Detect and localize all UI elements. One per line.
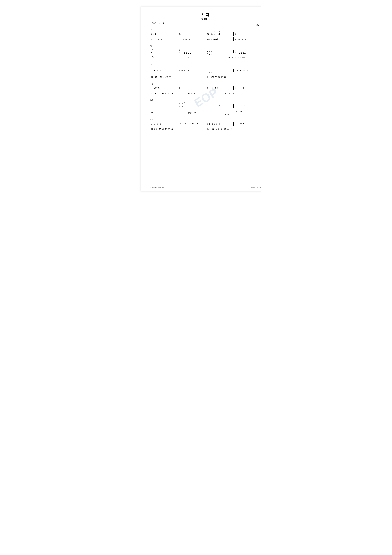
notes: 6· 76536 – [235,123,247,125]
measure-5c-upper: ·36 2 5 ·37 2 5 [207,47,233,55]
barline [187,56,187,60]
footer-left: EveryonePiano.com [150,186,164,188]
upper-staff-21: 6 ·3 ·2 5 6363 6363 6363 6363 6 1 ·2 3 ·… [151,121,261,126]
notes: 41 6 52 7 [151,112,160,114]
lyricist-label: 闵杰晨 [256,24,261,27]
notes: 6 3 0 6 6 3 0 [235,69,248,72]
section-17: (17) 6 6 7 2 3 5 ·36 ·25 6 567· 1767 [150,99,261,116]
notes: 2 – – – [235,33,246,35]
measure-5b-upper: 63 – 6 6 5̣ 0 [178,49,205,54]
notes: 6 6 7 2 [151,105,160,107]
barline [206,127,206,131]
section-17-label: (17) [150,99,261,101]
notes: 6. – – – [151,57,160,59]
lower-staff-21: 41 61 52 75 63 73 63 53 41 64 52 75 6 .3… [151,126,261,132]
measure-13a-lower: 26 24 37 37 66 13 56 23 [151,92,186,95]
measure-9c-upper: ·36 2 5 ·37 5 6 [207,66,233,74]
staff-pair-13: 6 63̄ 3̄6 5 6 – – – 6 5 6 5 6 3 – – 3 6 [150,86,261,96]
composer-info: TIm 闵杰晨 [256,22,261,27]
notes: 41 46 52 52 63 61 216 0 [225,57,247,59]
notes: 26 24 37 37 66 13 56 23 [151,92,173,95]
section-9: (9) 6 636· 7656 3 – 0 6 65 ·36 2 5 ·37 5… [150,63,261,80]
staff-pair-1: 0 2 2 – – 0 5· 7 – 0 2 25· 2· 552 2 – – [150,31,261,42]
notes: 6 567· 1767 [207,105,220,107]
barline [206,104,206,108]
notes: 3 – – – [235,38,246,41]
measure-13c-lower: 61 36 6 2· [225,92,261,95]
measure-4-lower: 3 – – – [234,38,261,41]
measure-3-lower: 63 63 63363· [207,38,233,41]
measure-17d-upper: 1 3 1 63 [234,105,261,107]
measure-21d-upper: 6· 76536 – [234,123,261,125]
measure-17c-upper: 6 567· 1767 [207,105,233,107]
section-9-label: (9) [150,63,261,66]
staff-pair-21: 6 ·3 ·2 5 6363 6363 6363 6363 6 1 ·2 3 ·… [150,121,261,132]
notes: 63 63 63363· [207,38,219,41]
notes: 6363 6363 6363 6363 [179,123,198,125]
section-5-label: (5) [150,44,261,47]
notes: 41 61 5 2 75 63 67 ·36 – [225,110,246,116]
section-5: (5) ·63 – – – 63 – 6 6 5̣ 0 ·36 2 5 ·37 … [150,44,261,60]
notes: 63· 3 – – [179,38,190,41]
notes: 61 36 6 2· [225,92,235,95]
upper-staff-5a: ·63 – – – 63 – 6 6 5̣ 0 ·36 2 5 ·37 2 5 … [151,47,261,55]
measure-9a-lower: 41 465 2 52 66 13 63 1 [151,76,205,78]
title-english: Red Horse [150,18,261,21]
barline [206,122,206,125]
lower-staff-9: 41 465 2 52 66 13 63 1 41 46 52 52 66 13… [151,75,261,80]
notes: ·56· 0 6 6 3 [235,49,246,54]
staff-pair-17: 6 6 7 2 3 5 ·36 ·25 6 567· 1767 1 3 1 63 [150,102,261,116]
measure-17c-lower: 41 61 5 2 75 63 67 ·36 – [225,110,261,116]
barline [206,69,206,72]
measure-9b-lower: 41 46 52 52 66 13 63 1 [207,76,261,78]
barline [224,56,224,60]
key-display: 1=Gb44 [150,22,157,25]
notes: ·63 – – – [151,49,159,54]
notes: 6 63̄ 3̄6 5 [151,87,163,89]
notes: 3 – 0 6 65 [179,69,190,72]
measure-1-upper: 0 2 2 – – [151,33,177,35]
measure-17a-lower: 41 6 52 7 [151,112,186,114]
measure-17b-lower: 6#1 6 #1 6 [188,111,224,114]
notes: 0 2 25· 2· 552 [207,33,220,35]
barline [178,32,178,36]
measure-21a-upper: 6 ·3 ·2 5 [151,122,177,125]
notes: 41 6 52 7 [188,92,197,95]
measure-2-lower: 63· 3 – – [178,38,205,41]
notes: 1 3 1 63 [235,105,245,107]
measure-5a-lower: 6. – – – [151,57,186,59]
notes: 41 61 52 75 63 73 63 53 [151,128,173,130]
barline [206,32,206,36]
footer-right: Page 1 /Total 3 [251,186,261,188]
notes: 41 46 52 52 66 13 63 1 [207,76,228,78]
notes: 6#1 6 #1 6 [188,111,199,114]
key-tempo: 1=Gb44 ♩=73 [150,22,164,25]
measure-3-upper: 0 2 25· 2· 552 [207,33,233,35]
measure-17b-upper: 3 5 ·36 ·25 [178,102,205,110]
notes: ·36 2 5 ·37 5 6 [207,66,214,74]
measure-13c-upper: 6 5 6 5 6 [207,87,233,89]
upper-staff-13: 6 63̄ 3̄6 5 6 – – – 6 5 6 5 6 3 – – 3 6 [151,86,261,91]
measure-13a-upper: 6 63̄ 3̄6 5 [151,87,177,89]
barline [187,111,187,115]
notes: 6 636· 7656 [151,69,164,72]
barline [224,111,224,115]
notes: 6 ·3 ·2 5 [151,122,161,125]
notes: 41 64 52 75 6 .3 66 66 56 [207,128,232,131]
barline [178,122,178,125]
composer-label: TIm [256,22,261,24]
measure-21a-lower: 41 61 52 75 63 73 63 53 [151,128,205,130]
notes: 6 1 ·2 3 ·2 1 7 [207,122,222,125]
barline [187,92,187,95]
measure-1-lower: 63· 3 – – [151,38,177,41]
measure-9a-upper: 6 636· 7656 [151,69,177,72]
measure-5b-lower: 6. – – – [188,57,224,59]
section-21: (21) 6 ·3 ·2 5 6363 6363 6363 6363 6 1 ·… [150,118,261,132]
lower-staff-17: 41 6 52 7 6#1 6 #1 6 41 61 5 2 75 63 67 … [151,110,261,116]
upper-staff-17: 6 6 7 2 3 5 ·36 ·25 6 567· 1767 1 3 1 63 [151,102,261,110]
barline [206,50,206,53]
measure-2-upper: 0 5· 7 – [178,33,205,35]
barline [206,86,206,90]
upper-staff-9: 6 636· 7656 3 – 0 6 65 ·36 2 5 ·37 5 6 6… [151,66,261,74]
notes: 3 5 ·36 ·25 [179,102,186,110]
